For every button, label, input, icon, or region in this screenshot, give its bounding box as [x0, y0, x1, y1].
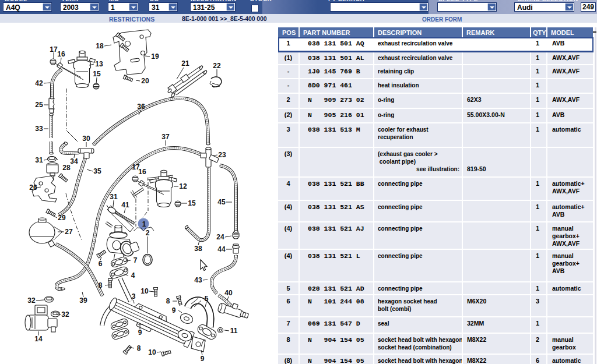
svg-text:18: 18 [96, 42, 104, 50]
svg-text:14: 14 [34, 335, 43, 343]
svg-text:38: 38 [194, 245, 202, 253]
svg-text:2: 2 [146, 229, 150, 237]
svg-text:45: 45 [217, 198, 226, 206]
svg-text:19: 19 [151, 52, 159, 61]
svg-text:32: 32 [27, 296, 36, 305]
svg-text:31: 31 [110, 193, 118, 201]
svg-text:9: 9 [201, 355, 205, 363]
svg-text:4: 4 [131, 271, 135, 280]
svg-text:31: 31 [35, 156, 43, 164]
svg-text:15: 15 [188, 199, 196, 207]
svg-text:37: 37 [161, 133, 170, 141]
svg-text:29: 29 [58, 214, 66, 222]
svg-text:32: 32 [61, 310, 69, 319]
svg-text:20: 20 [141, 77, 149, 85]
svg-text:6: 6 [99, 260, 103, 268]
svg-text:43: 43 [194, 276, 202, 284]
svg-text:42: 42 [35, 79, 43, 87]
svg-text:12: 12 [179, 182, 187, 190]
svg-text:10: 10 [148, 348, 156, 356]
svg-text:30: 30 [82, 135, 90, 143]
svg-text:5: 5 [205, 295, 209, 303]
svg-text:8: 8 [137, 344, 141, 352]
svg-text:41: 41 [121, 201, 129, 209]
svg-text:34: 34 [70, 157, 78, 165]
svg-text:27: 27 [65, 228, 73, 236]
svg-text:15: 15 [93, 70, 101, 78]
svg-text:8: 8 [99, 281, 103, 289]
svg-text:40: 40 [224, 289, 233, 297]
svg-text:28: 28 [62, 164, 71, 172]
svg-text:1: 1 [142, 220, 146, 228]
svg-text:24: 24 [216, 233, 224, 241]
svg-text:9: 9 [172, 306, 176, 314]
svg-text:36: 36 [137, 103, 145, 111]
svg-text:21: 21 [181, 59, 189, 68]
svg-text:11: 11 [230, 327, 238, 335]
svg-text:39: 39 [79, 296, 87, 305]
svg-text:44: 44 [217, 245, 226, 253]
svg-text:33: 33 [35, 125, 43, 133]
svg-text:10: 10 [141, 287, 149, 295]
svg-text:17: 17 [50, 45, 58, 54]
svg-text:22: 22 [213, 62, 221, 70]
svg-text:7: 7 [134, 256, 138, 264]
svg-text:9: 9 [138, 328, 142, 337]
svg-text:23: 23 [218, 151, 226, 159]
svg-text:3: 3 [132, 292, 136, 301]
svg-text:16: 16 [57, 50, 65, 58]
svg-text:26: 26 [29, 183, 37, 192]
svg-text:16: 16 [138, 168, 146, 176]
svg-text:25: 25 [35, 101, 43, 109]
svg-text:35: 35 [93, 167, 101, 175]
svg-text:8: 8 [166, 297, 170, 305]
svg-text:13: 13 [95, 60, 103, 68]
